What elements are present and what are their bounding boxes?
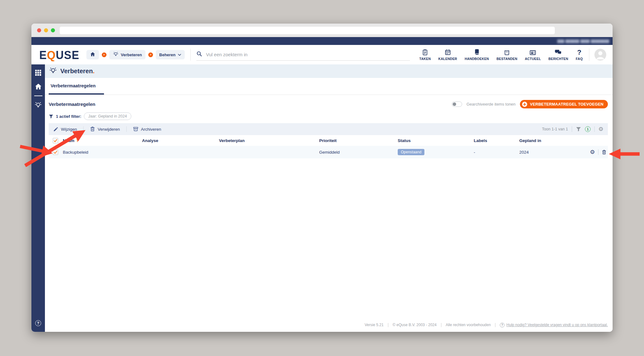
sidebar-help-button[interactable]: ? [35, 320, 41, 326]
trash-icon [90, 126, 95, 132]
lightbulb-icon [49, 67, 57, 76]
column-header-prioriteit[interactable]: Prioriteit [319, 138, 398, 143]
footer-copyright: © eQuse B.V. 2003 - 2024 [393, 323, 437, 327]
row-delete-trash-icon[interactable] [602, 150, 607, 155]
footer-version: Versie 5.21 [365, 323, 384, 327]
bulk-actions-toolbar: Wijzigen Verwijderen Archive [49, 123, 608, 135]
table-row[interactable]: Backupbeleid Gemiddeld Openstaand - 2024… [49, 146, 608, 158]
archived-items-toggle-label: Gearchiveerde items tonen [467, 102, 516, 107]
left-sidebar: ? [31, 64, 45, 332]
equse-logo[interactable]: EQUSE [39, 49, 79, 61]
edit-button[interactable]: Wijzigen [53, 127, 77, 132]
user-info-blurred: ███ ██████ ████ ████████ [558, 40, 609, 43]
sort-asc-icon: ↑ [76, 138, 79, 143]
sidebar-home-icon[interactable] [35, 83, 42, 90]
home-icon [90, 52, 96, 58]
top-strip: ███ ██████ ████ ████████ [31, 37, 613, 45]
help-circle-icon: ? [35, 320, 41, 326]
breadcrumb-label: Beheren [159, 52, 176, 57]
search-icon [196, 51, 202, 58]
nav-bestanden[interactable]: BESTANDEN [496, 49, 517, 61]
header-divider [589, 48, 589, 61]
page-title-band: Verbeteren. [45, 64, 613, 78]
annotation-arrow-row-trash [609, 149, 640, 159]
row-checkbox[interactable] [53, 150, 58, 155]
breadcrumb-label: Verbeteren [121, 52, 142, 57]
archive-button[interactable]: Archiveren [133, 126, 161, 132]
column-header-analyse[interactable]: Analyse [142, 138, 219, 143]
nav-handboeken[interactable]: HANDBOEKEN [465, 49, 489, 61]
column-header-labels[interactable]: Labels [474, 138, 519, 143]
select-all-checkbox[interactable] [53, 138, 58, 143]
pencil-icon [53, 127, 58, 132]
column-header-gepland-in[interactable]: Gepland in [519, 138, 573, 143]
browser-window: ███ ██████ ████ ████████ EQUSE > Verbete… [31, 24, 613, 332]
search-input[interactable] [206, 52, 410, 57]
cell-status: Openstaand [398, 149, 474, 155]
tab-verbetermaatregelen[interactable]: Verbetermaatregelen [49, 78, 104, 95]
zoom-window-button[interactable] [51, 28, 55, 32]
breadcrumb-chevron-icon: > [148, 52, 153, 57]
filter-funnel-icon [49, 114, 53, 119]
pagination-range: Toon 1-1 van 1 [542, 127, 568, 131]
apps-grid-icon[interactable] [35, 69, 41, 76]
nav-kalender[interactable]: KALENDER [438, 49, 457, 61]
clipboard-icon [422, 49, 428, 56]
active-filter-count-badge: 1 [585, 126, 591, 132]
url-bar[interactable] [60, 27, 555, 34]
minimize-window-button[interactable] [44, 28, 48, 32]
app-header: EQUSE > Verbeteren > Beheren [31, 45, 613, 64]
status-badge: Openstaand [398, 149, 424, 155]
footer-rights: Alle rechten voorbehouden [446, 323, 491, 327]
column-header-verbeterplan[interactable]: Verbeterplan [219, 138, 319, 143]
column-header-status[interactable]: Status [398, 138, 474, 143]
archive-icon [133, 126, 139, 132]
breadcrumb-beheren-dropdown[interactable]: Beheren [156, 50, 185, 59]
user-avatar[interactable] [594, 49, 606, 61]
search-area [190, 49, 410, 61]
app-footer: Versie 5.21 © eQuse B.V. 2003 - 2024 All… [45, 318, 613, 332]
archived-items-toggle[interactable] [452, 101, 462, 107]
breadcrumb-home[interactable] [86, 50, 99, 59]
tabs-row: Verbetermaatregelen [45, 78, 613, 95]
book-icon [474, 49, 480, 56]
nav-taken[interactable]: TAKEN [419, 49, 431, 61]
active-filter-label: 1 actief filter: [56, 114, 81, 119]
browser-chrome [31, 24, 613, 37]
nav-berichten[interactable]: BERICHTEN [548, 49, 568, 61]
breadcrumb-verbeteren[interactable]: Verbeteren [109, 50, 145, 59]
cell-gepland-in: 2024 [519, 150, 573, 155]
add-verbetermaatregel-button[interactable]: VERBETERMAATREGEL TOEVOEGEN [520, 100, 608, 108]
help-circle-icon: ? [500, 323, 505, 327]
breadcrumb-chevron-icon: > [102, 52, 106, 57]
plus-circle-icon [522, 101, 527, 107]
column-header-naam[interactable]: Naam↑ [63, 138, 142, 143]
close-window-button[interactable] [37, 28, 41, 32]
cell-naam[interactable]: Backupbeleid [63, 150, 142, 155]
lightbulb-icon [113, 51, 119, 58]
footer-help-link[interactable]: ? Hulp nodig? Veelgestelde vragen vindt … [500, 323, 608, 327]
row-settings-gear-icon[interactable]: ⚙ [590, 149, 595, 155]
page-title: Verbeteren. [60, 68, 95, 75]
breadcrumb: > Verbeteren > Beheren [86, 50, 185, 59]
newspaper-icon [529, 49, 536, 56]
cell-labels: - [474, 150, 519, 155]
filter-chip[interactable]: Jaar: Gepland in 2024 [84, 112, 131, 120]
table-settings-gear-icon[interactable]: ⚙ [598, 126, 603, 132]
chat-bubbles-icon [555, 49, 562, 56]
nav-actueel[interactable]: ACTUEEL [525, 49, 541, 61]
chevron-down-icon [178, 52, 181, 57]
cell-prioriteit: Gemiddeld [319, 150, 398, 155]
archive-box-icon [504, 49, 510, 56]
question-mark-icon: ? [577, 49, 581, 56]
sidebar-divider [34, 96, 42, 96]
header-nav: TAKEN KALENDER HANDBOEKEN BESTANDEN [419, 49, 583, 61]
delete-button[interactable]: Verwijderen [90, 126, 120, 132]
section-title: Verbetermaatregelen [49, 101, 95, 107]
toolbar-filter-icon[interactable] [576, 127, 581, 132]
nav-faq[interactable]: ? FAQ [576, 49, 583, 61]
table-header-row: Naam↑ Analyse Verbeterplan Prioriteit St… [49, 135, 608, 146]
sidebar-verbeteren-icon[interactable] [34, 101, 42, 109]
active-filter-row: 1 actief filter: Jaar: Gepland in 2024 [49, 112, 608, 120]
calendar-icon [445, 49, 451, 56]
